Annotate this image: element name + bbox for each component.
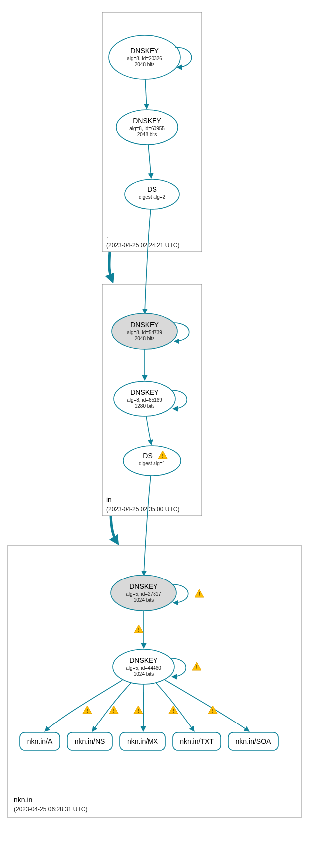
svg-text:1280 bits: 1280 bits <box>135 403 155 409</box>
node-in-zsk: DNSKEY alg=8, id=65169 1280 bits <box>114 381 175 416</box>
svg-text:DNSKEY: DNSKEY <box>129 582 158 590</box>
edge-zsk-txt <box>156 683 194 731</box>
node-nkn-ksk: DNSKEY alg=5, id=27817 1024 bits <box>111 575 176 611</box>
edge-root-ksk-to-zsk <box>145 79 147 109</box>
rrset-ns: nkn.in/NS <box>67 732 112 750</box>
svg-text:alg=8, id=65169: alg=8, id=65169 <box>127 397 162 403</box>
svg-text:DNSKEY: DNSKEY <box>129 656 158 664</box>
rrset-soa: nkn.in/SOA <box>228 732 278 750</box>
svg-text:2048 bits: 2048 bits <box>135 336 155 341</box>
edge-zsk-mx <box>143 684 144 731</box>
svg-text:nkn.in/NS: nkn.in/NS <box>75 737 105 745</box>
node-nkn-zsk: DNSKEY alg=5, id=44460 1024 bits <box>113 649 174 684</box>
warning-icon <box>83 706 92 714</box>
svg-text:alg=8, id=60955: alg=8, id=60955 <box>129 126 165 131</box>
edge-in-zsk-to-ds <box>146 416 151 445</box>
edge-zsk-a <box>45 680 122 731</box>
warning-icon <box>134 706 143 714</box>
rrset-txt: nkn.in/TXT <box>173 732 221 750</box>
zone-nkn-timestamp: (2023-04-25 06:28:31 UTC) <box>14 806 87 813</box>
zone-nkn-name: nkn.in <box>14 796 32 804</box>
zone-in-name: in <box>106 496 112 504</box>
edge-deleg-in-nkn <box>111 516 117 543</box>
svg-text:nkn.in/TXT: nkn.in/TXT <box>180 737 214 745</box>
dnssec-graph: ! . (2023-04-25 02:24:21 UTC) in (2023-0… <box>0 0 309 868</box>
node-root-zsk: DNSKEY alg=8, id=60955 2048 bits <box>116 110 178 145</box>
node-in-ksk: DNSKEY alg=8, id=54739 2048 bits <box>112 313 177 349</box>
svg-text:DNSKEY: DNSKEY <box>130 321 159 329</box>
warning-icon <box>134 625 143 633</box>
svg-text:2048 bits: 2048 bits <box>135 62 155 67</box>
node-root-ksk: DNSKEY alg=8, id=20326 2048 bits <box>109 35 180 79</box>
svg-text:digest alg=2: digest alg=2 <box>139 194 166 200</box>
svg-text:DNSKEY: DNSKEY <box>130 47 159 55</box>
edge-deleg-root-in <box>109 252 112 281</box>
edge-root-zsk-to-ds <box>148 145 151 178</box>
zone-root-timestamp: (2023-04-25 02:24:21 UTC) <box>106 242 179 249</box>
svg-text:DNSKEY: DNSKEY <box>133 117 161 125</box>
svg-text:nkn.in/MX: nkn.in/MX <box>127 737 158 745</box>
node-in-ds: DS digest alg=1 <box>123 446 181 476</box>
svg-text:alg=8, id=54739: alg=8, id=54739 <box>127 330 162 335</box>
zone-root-name: . <box>106 232 108 240</box>
svg-text:1024 bits: 1024 bits <box>134 597 154 603</box>
edge-in-ds-to-nkn-ksk <box>144 476 151 576</box>
svg-text:nkn.in/SOA: nkn.in/SOA <box>236 737 271 745</box>
svg-text:alg=8, id=20326: alg=8, id=20326 <box>127 56 162 61</box>
svg-text:alg=5, id=44460: alg=5, id=44460 <box>126 665 161 671</box>
edge-zsk-soa <box>165 680 249 731</box>
svg-text:digest alg=1: digest alg=1 <box>139 461 166 466</box>
edge-zsk-ns <box>92 683 131 731</box>
edge-root-ds-to-in-ksk <box>145 209 151 314</box>
svg-text:alg=5, id=27817: alg=5, id=27817 <box>126 591 161 597</box>
svg-text:nkn.in/A: nkn.in/A <box>27 737 53 745</box>
warning-icon <box>192 662 201 670</box>
warning-icon <box>195 589 204 597</box>
rrset-mx: nkn.in/MX <box>120 732 165 750</box>
svg-text:1024 bits: 1024 bits <box>134 671 154 677</box>
svg-text:2048 bits: 2048 bits <box>137 132 157 137</box>
node-root-ds: DS digest alg=2 <box>125 179 179 209</box>
svg-text:DS: DS <box>143 452 152 460</box>
zone-in-timestamp: (2023-04-25 02:35:00 UTC) <box>106 506 179 513</box>
svg-text:DNSKEY: DNSKEY <box>130 388 159 396</box>
rrset-a: nkn.in/A <box>20 732 60 750</box>
svg-text:DS: DS <box>147 185 156 193</box>
